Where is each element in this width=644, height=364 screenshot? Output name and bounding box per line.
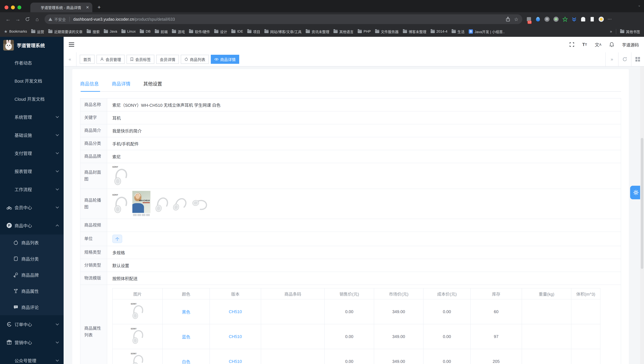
sidebar-item-member-center[interactable]: 会员中心 [0, 198, 64, 216]
language-icon[interactable]: 文A [595, 41, 602, 48]
extension-star-icon[interactable] [562, 17, 568, 22]
extension-vue-devtools-icon[interactable] [571, 17, 577, 22]
minimize-window-button[interactable] [11, 6, 15, 9]
sidebar-item-system-mgmt[interactable]: 系统管理 [0, 108, 64, 126]
bookmark-folder[interactable]: 近期需要读的文章 [48, 29, 82, 34]
tab-other-settings[interactable]: 其他设置 [143, 75, 162, 91]
page-scrollbar[interactable] [640, 67, 644, 364]
bookmark-folder[interactable]: Linux [122, 29, 136, 34]
bookmark-folder[interactable]: 2014-4 [430, 29, 448, 34]
bookmark-folder[interactable]: PHP [358, 29, 371, 34]
bookmark-folder[interactable]: 软件/硬件 [189, 29, 210, 34]
close-window-button[interactable] [4, 6, 8, 9]
carousel-image-2-poster[interactable]: WH-CH510 [132, 191, 150, 217]
current-user-name[interactable]: 芋道源码 [622, 42, 639, 48]
bookmarks-root[interactable]: ★ Bookmarks [4, 29, 27, 34]
sidebar-item-mp-account[interactable]: 公众号管理 [0, 351, 64, 364]
bookmark-link[interactable]: BJava开发 | 小组首.. [469, 29, 505, 34]
product-cover-image[interactable]: SONY [112, 166, 128, 186]
sidebar-item-marketing-center[interactable]: 营销中心 [0, 333, 64, 351]
tag-member-label[interactable]: 会员标签 [126, 55, 154, 64]
carousel-image-1[interactable]: SONY [112, 194, 128, 214]
reload-button[interactable] [22, 14, 32, 24]
refresh-page-icon[interactable] [618, 52, 631, 66]
home-button[interactable]: ⌂ [32, 14, 42, 24]
sidebar-item-author-activity[interactable]: 作者动态 [0, 54, 64, 72]
sidebar-item-boot-docs[interactable]: Boot 开发文档 [0, 72, 64, 90]
other-bookmarks[interactable]: 其他书签 [620, 29, 640, 34]
tag-product-detail[interactable]: 商品详情 [211, 55, 239, 64]
tab-product-detail[interactable]: 商品详情 [112, 75, 130, 91]
bookmark-folder[interactable]: 资讯未整理 [306, 29, 329, 34]
bookmark-folder[interactable]: 搜索 [87, 29, 100, 34]
bookmark-folder[interactable]: DB [140, 29, 150, 34]
sku-version-link[interactable]: CH510 [229, 359, 242, 364]
sidebar-item-cloud-docs[interactable]: Cloud 开发文档 [0, 90, 64, 108]
sku-image[interactable]: SONY [131, 328, 144, 344]
extension-balloon-icon[interactable] [535, 17, 541, 22]
sidebar-item-order-center[interactable]: 订单中心 [0, 315, 64, 333]
app-logo-row[interactable]: 芋道管理系统 [0, 37, 64, 54]
browser-menu-icon[interactable]: ⋮ [607, 17, 612, 21]
extension-emoji-icon[interactable] [598, 17, 604, 22]
layout-grid-icon[interactable] [631, 52, 644, 66]
carousel-image-5[interactable] [191, 195, 209, 212]
tag-member-mgmt[interactable]: 会员管理 [96, 55, 124, 64]
scrollbar-thumb[interactable] [641, 138, 643, 269]
bookmark-folder[interactable]: 设计 [214, 29, 227, 34]
fullscreen-icon[interactable] [569, 42, 574, 47]
sidebar-item-product-category[interactable]: 商品分类 [0, 251, 64, 267]
sku-version-link[interactable]: CH510 [229, 309, 242, 314]
tab-product-info[interactable]: 商品信息 [80, 75, 99, 91]
extension-badge-icon[interactable]: 12 [526, 17, 532, 22]
sidebar-item-report-mgmt[interactable]: 报表管理 [0, 162, 64, 180]
sku-image[interactable]: SONY [131, 303, 144, 319]
bookmark-star-icon[interactable]: ☆ [514, 17, 518, 22]
bookmark-folder[interactable]: Java [104, 29, 117, 34]
bookmark-folder[interactable]: IDE [231, 29, 243, 34]
carousel-image-4[interactable] [173, 194, 187, 213]
sku-color-link[interactable]: 黑色 [182, 310, 190, 314]
maximize-window-button[interactable] [18, 6, 21, 9]
bookmark-folder[interactable]: 游戏 [172, 29, 185, 34]
tags-scroll-left-icon[interactable]: « [64, 52, 76, 66]
new-tab-button[interactable]: + [98, 4, 101, 10]
carousel-image-3[interactable] [154, 194, 169, 213]
sidebar-item-product-attribute[interactable]: 商品属性 [0, 283, 64, 299]
bookmark-folder[interactable]: 运营 [31, 29, 44, 34]
address-bar[interactable]: 不安全 dashboard-vue3.yudao.iocoder.cn /pro… [44, 14, 522, 24]
sku-image[interactable]: SONY [131, 352, 144, 364]
bookmark-folder[interactable]: 其他语言 [334, 29, 354, 34]
sidebar-item-workflow[interactable]: 工作流程 [0, 180, 64, 198]
sidebar-item-payment-mgmt[interactable]: 支付管理 [0, 144, 64, 162]
tab-close-icon[interactable]: ✕ [86, 5, 89, 10]
sku-version-link[interactable]: CH510 [229, 334, 242, 339]
browser-tab[interactable]: 芋道管理系统 - 商品详情 ✕ [30, 3, 92, 12]
bookmark-folder[interactable]: 文件服务器 [375, 29, 399, 34]
sidebar-item-product-brand[interactable]: 商品品牌 [0, 267, 64, 283]
forward-button[interactable]: → [13, 14, 22, 24]
sku-color-link[interactable]: 蓝色 [182, 335, 190, 339]
sidebar-item-product-list[interactable]: 商品列表 [0, 234, 64, 251]
tag-product-list[interactable]: 商品列表 [181, 55, 209, 64]
sku-color-link[interactable]: 白色 [182, 359, 190, 364]
font-size-icon[interactable]: TT [582, 42, 587, 47]
bookmark-folder[interactable]: 项目 [247, 29, 260, 34]
extension-panel-icon[interactable] [590, 17, 595, 22]
notification-bell-icon[interactable] [609, 42, 614, 47]
bookmark-folder[interactable]: 博客未整理 [403, 29, 426, 34]
bookmark-folder[interactable]: 网站/博客/文章/工具 [264, 29, 302, 34]
bookmark-folder[interactable]: 生活 [452, 29, 464, 34]
sidebar-item-product-center[interactable]: P 商品中心 [0, 216, 64, 234]
sidebar-item-infrastructure[interactable]: 基础设施 [0, 126, 64, 144]
share-icon[interactable] [506, 17, 510, 22]
bookmarks-overflow-icon[interactable]: » [610, 29, 612, 34]
extension-ghost-icon[interactable] [580, 17, 586, 22]
tab-search-icon[interactable]: ⌄ [638, 3, 641, 8]
sidebar-item-product-review[interactable]: 商品评论 [0, 299, 64, 315]
tags-scroll-right-icon[interactable]: » [605, 52, 618, 66]
collapse-sidebar-icon[interactable] [69, 43, 74, 47]
extension-recorder-icon[interactable] [553, 17, 559, 22]
tag-home[interactable]: 首页 [80, 55, 94, 64]
back-button[interactable]: ← [3, 14, 13, 24]
